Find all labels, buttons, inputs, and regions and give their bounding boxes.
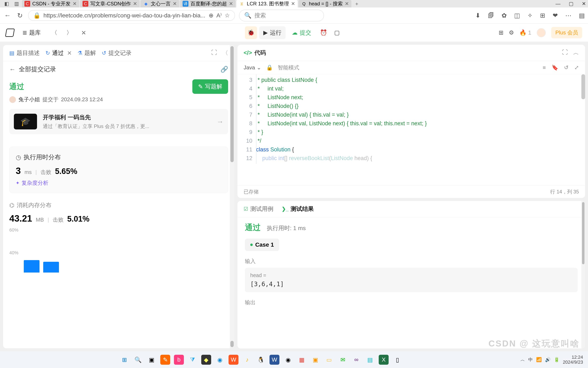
app-icon[interactable]: b bbox=[174, 355, 184, 365]
wps-icon[interactable]: W bbox=[228, 355, 238, 365]
taskview-icon[interactable]: ▣ bbox=[147, 355, 157, 365]
plus-badge[interactable]: Plus 会员 bbox=[551, 27, 582, 38]
add-to-collection-icon[interactable]: ⊞ bbox=[540, 12, 545, 19]
zoom-icon[interactable]: ⊕ bbox=[209, 12, 213, 19]
bookmark-icon[interactable]: 🔖 bbox=[552, 64, 558, 71]
app-icon[interactable]: ▦ bbox=[297, 355, 307, 365]
tab-test-results[interactable]: ❯_测试结果 bbox=[282, 205, 314, 213]
scrollbar-arrow[interactable] bbox=[230, 341, 234, 347]
complexity-link[interactable]: ✦复杂度分析 bbox=[16, 179, 222, 187]
favorites-bar-icon[interactable]: ✧ bbox=[527, 12, 533, 19]
system-tray[interactable]: ︿ 中 📶 🔊 🔋 12:24 2024/9/23 bbox=[520, 355, 583, 365]
extensions-icon[interactable]: ✿ bbox=[501, 12, 507, 19]
wifi-icon[interactable]: 📶 bbox=[536, 357, 542, 362]
prev-problem-button[interactable]: 〈 bbox=[49, 26, 60, 39]
scrollbar-thumb[interactable] bbox=[582, 202, 585, 264]
more-icon[interactable]: ⋯ bbox=[565, 12, 571, 19]
close-icon[interactable]: ✕ bbox=[73, 1, 77, 7]
close-icon[interactable]: ✕ bbox=[133, 1, 137, 7]
settings-icon[interactable]: ⚙ bbox=[509, 29, 514, 36]
browser-tab[interactable]: ◆文心一言✕ bbox=[140, 0, 179, 8]
sidebar-toggle-icon[interactable]: ◧ bbox=[2, 1, 11, 7]
app-icon[interactable]: ✎ bbox=[160, 355, 170, 365]
vscode-icon[interactable]: ⧩ bbox=[188, 355, 198, 365]
expand-icon[interactable]: ⤢ bbox=[574, 64, 579, 71]
new-tab-button[interactable]: ＋ bbox=[352, 0, 361, 7]
run-button[interactable]: ▶运行 bbox=[259, 26, 286, 39]
extension-download-icon[interactable]: ⬇ bbox=[475, 12, 481, 19]
language-select[interactable]: Java⌄ bbox=[244, 64, 261, 71]
refresh-icon[interactable]: ↻ bbox=[16, 11, 24, 20]
username[interactable]: 兔子小姐 bbox=[18, 96, 40, 103]
minimize-icon[interactable]: — bbox=[555, 1, 561, 7]
collapse-up-icon[interactable]: ︿ bbox=[573, 49, 579, 57]
volume-icon[interactable]: 🔊 bbox=[545, 357, 551, 362]
notes-icon[interactable]: ▭ bbox=[324, 355, 334, 365]
user-avatar[interactable] bbox=[537, 28, 546, 37]
excel-icon[interactable]: X bbox=[379, 355, 389, 365]
close-icon[interactable]: ✕ bbox=[67, 50, 72, 56]
browser-tab[interactable]: Qhead = [] - 搜索✕ bbox=[298, 0, 351, 8]
url-bar[interactable]: 🔒 https://leetcode.cn/problems/cong-wei-… bbox=[28, 10, 235, 21]
favorite-icon[interactable]: ☆ bbox=[225, 12, 230, 19]
visualstudio-icon[interactable]: ∞ bbox=[351, 355, 361, 365]
maximize-icon[interactable]: ▢ bbox=[569, 1, 573, 7]
close-icon[interactable]: ✕ bbox=[291, 1, 295, 7]
scrollbar[interactable] bbox=[581, 201, 585, 349]
browser-tab[interactable]: CCSDN - 专业开发✕ bbox=[22, 0, 79, 8]
health-icon[interactable]: ❤ bbox=[553, 12, 558, 19]
collapse-icon[interactable]: 〈 bbox=[222, 49, 228, 57]
word-icon[interactable]: W bbox=[270, 355, 280, 365]
collections-icon[interactable]: 🗐 bbox=[488, 12, 494, 19]
browser-tab[interactable]: C写文章-CSDN创作✕ bbox=[80, 0, 140, 8]
case-tab[interactable]: Case 1 bbox=[245, 239, 279, 251]
wechat-icon[interactable]: ✉ bbox=[338, 355, 348, 365]
editor-scrollbar-thumb[interactable] bbox=[581, 74, 585, 99]
submit-button[interactable]: ☁提交 bbox=[288, 26, 316, 39]
scrollbar-thumb[interactable] bbox=[230, 46, 234, 162]
search-taskbar-icon[interactable]: 🔍 bbox=[133, 355, 143, 365]
ime-indicator[interactable]: 中 bbox=[528, 357, 533, 363]
notes-button[interactable]: ▢ bbox=[332, 26, 342, 39]
window-close-icon[interactable]: ✕ bbox=[582, 1, 586, 7]
format-icon[interactable]: ≡ bbox=[543, 64, 546, 71]
notepad-icon[interactable]: ▯ bbox=[392, 355, 402, 365]
browser-search-box[interactable]: 🔍 搜索 bbox=[239, 10, 324, 21]
start-button[interactable]: ⊞ bbox=[119, 355, 129, 365]
timer-button[interactable]: ⏰ bbox=[317, 26, 330, 39]
tray-chevron-icon[interactable]: ︿ bbox=[520, 357, 525, 363]
link-icon[interactable]: 🔗 bbox=[220, 66, 228, 73]
workspaces-icon[interactable]: ▥ bbox=[12, 1, 21, 7]
streak-icon[interactable]: 🔥 1 bbox=[519, 29, 531, 36]
read-aloud-icon[interactable]: A⁾ bbox=[216, 12, 222, 19]
tab-description[interactable]: ▤题目描述 bbox=[9, 49, 40, 57]
debug-button[interactable]: 🐞 bbox=[245, 26, 257, 39]
layout-icon[interactable]: ⊞ bbox=[499, 29, 503, 36]
scrollbar[interactable] bbox=[230, 45, 234, 348]
taskbar-clock[interactable]: 12:24 2024/9/23 bbox=[563, 355, 583, 365]
tab-submissions[interactable]: ↺提交记录 bbox=[102, 49, 132, 57]
app-icon[interactable]: ▣ bbox=[310, 355, 320, 365]
close-icon[interactable]: ✕ bbox=[345, 1, 349, 7]
chrome-icon[interactable]: ◉ bbox=[283, 355, 293, 365]
problems-button[interactable]: ≣题库 bbox=[18, 26, 45, 39]
tab-passed[interactable]: ↻通过✕ bbox=[45, 49, 72, 57]
back-icon[interactable]: ← bbox=[3, 11, 12, 20]
tab-test-cases[interactable]: ☑测试用例 bbox=[244, 205, 273, 213]
promo-card[interactable]: 🎓 开学福利 一码当先 通过「教育认证」立享 Plus 会员 7 折优惠，更..… bbox=[9, 109, 228, 134]
write-solution-button[interactable]: ✎写题解 bbox=[192, 79, 228, 94]
next-problem-button[interactable]: 〉 bbox=[64, 26, 75, 39]
edge-icon[interactable]: ◉ bbox=[215, 355, 225, 365]
close-icon[interactable]: ✕ bbox=[173, 1, 177, 7]
back-icon[interactable]: ← bbox=[9, 66, 16, 73]
app-icon[interactable]: 🐧 bbox=[256, 355, 266, 365]
app-icon[interactable]: ♪ bbox=[242, 355, 252, 365]
browser-tab-active[interactable]: ⧖LCR 123. 图书整理✕ bbox=[237, 0, 298, 8]
split-screen-icon[interactable]: ◫ bbox=[514, 12, 520, 19]
close-icon[interactable]: ✕ bbox=[229, 1, 233, 7]
smart-mode-label[interactable]: 智能模式 bbox=[278, 64, 299, 71]
app-icon[interactable]: ◆ bbox=[201, 355, 211, 365]
app-icon[interactable]: ▤ bbox=[365, 355, 375, 365]
shuffle-button[interactable]: ⤬ bbox=[79, 27, 88, 38]
fullscreen-icon[interactable]: ⛶ bbox=[562, 49, 568, 57]
